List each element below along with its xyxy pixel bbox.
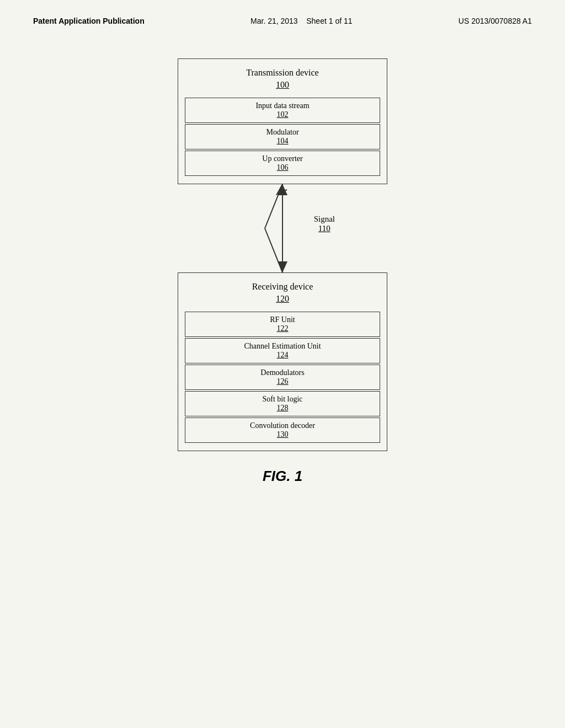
up-converter-id: 106 bbox=[188, 163, 377, 172]
input-data-stream-id: 102 bbox=[188, 110, 377, 119]
signal-section: Signal 110 bbox=[178, 184, 387, 272]
up-converter-title: Up converter bbox=[188, 154, 377, 163]
up-converter-box: Up converter 106 bbox=[185, 151, 380, 176]
transmission-device-title: Transmission device bbox=[185, 68, 380, 78]
transmission-device-id: 100 bbox=[185, 80, 380, 90]
rf-unit-id: 122 bbox=[188, 324, 377, 333]
modulator-box: Modulator 104 bbox=[185, 124, 380, 149]
signal-id: 110 bbox=[314, 224, 335, 233]
modulator-title: Modulator bbox=[188, 128, 377, 137]
header-left: Patent Application Publication bbox=[33, 17, 145, 25]
header-center: Mar. 21, 2013 Sheet 1 of 11 bbox=[250, 17, 352, 25]
header-date: Mar. 21, 2013 bbox=[250, 17, 298, 25]
convolution-decoder-id: 130 bbox=[188, 430, 377, 439]
figure-label: FIG. 1 bbox=[263, 468, 302, 485]
soft-bit-logic-box: Soft bit logic 128 bbox=[185, 391, 380, 416]
channel-estimation-id: 124 bbox=[188, 351, 377, 360]
diagram: Transmission device 100 Input data strea… bbox=[33, 58, 532, 485]
input-data-stream-box: Input data stream 102 bbox=[185, 98, 380, 123]
convolution-decoder-box: Convolution decoder 130 bbox=[185, 417, 380, 443]
soft-bit-logic-id: 128 bbox=[188, 404, 377, 413]
modulator-id: 104 bbox=[188, 137, 377, 146]
rf-unit-title: RF Unit bbox=[188, 315, 377, 324]
signal-label: Signal 110 bbox=[314, 215, 335, 233]
page: Patent Application Publication Mar. 21, … bbox=[0, 0, 565, 728]
demodulators-box: Demodulators 126 bbox=[185, 365, 380, 390]
channel-estimation-title: Channel Estimation Unit bbox=[188, 342, 377, 351]
page-header: Patent Application Publication Mar. 21, … bbox=[33, 17, 532, 25]
demodulators-title: Demodulators bbox=[188, 368, 377, 377]
soft-bit-logic-title: Soft bit logic bbox=[188, 395, 377, 404]
receiving-device-title: Receiving device bbox=[185, 282, 380, 292]
input-data-stream-title: Input data stream bbox=[188, 101, 377, 110]
transmission-device-box: Transmission device 100 Input data strea… bbox=[178, 58, 387, 184]
receiving-device-id: 120 bbox=[185, 294, 380, 304]
rf-unit-box: RF Unit 122 bbox=[185, 312, 380, 337]
svg-marker-4 bbox=[278, 261, 287, 272]
header-sheet: Sheet 1 of 11 bbox=[306, 17, 352, 25]
demodulators-id: 126 bbox=[188, 377, 377, 386]
receiving-device-box: Receiving device 120 RF Unit 122 Channel… bbox=[178, 272, 387, 451]
channel-estimation-box: Channel Estimation Unit 124 bbox=[185, 338, 380, 363]
signal-text: Signal bbox=[314, 215, 335, 224]
convolution-decoder-title: Convolution decoder bbox=[188, 421, 377, 430]
header-right: US 2013/0070828 A1 bbox=[459, 17, 532, 25]
